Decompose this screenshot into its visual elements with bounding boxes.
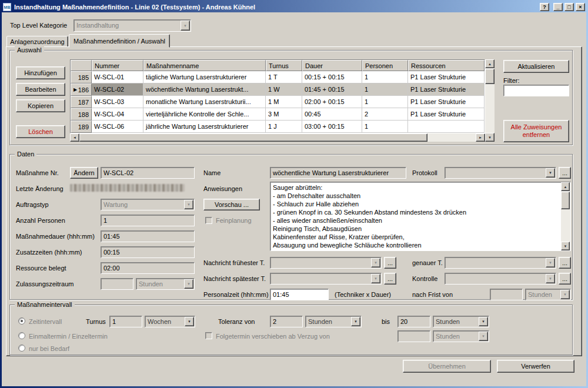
table-row[interactable]: 189 W-SCL-06 jährliche Wartung Laserstru… [71, 121, 485, 133]
kontrolle-browse-button[interactable]: ... [559, 273, 571, 285]
table-row[interactable]: 188 W-SCL-04 vierteljährliche Kontrolle … [71, 108, 485, 121]
uebernehmen-button: Übernehmen [403, 360, 491, 373]
tab-massnahmendefinition[interactable]: Maßnahmendefinition / Auswahl [69, 34, 170, 48]
zeitintervall-radio [18, 317, 25, 325]
maximize-button[interactable]: □ [564, 3, 574, 11]
scroll-down-icon[interactable]: ▼ [485, 133, 495, 142]
letzte-aenderung-value-redacted [70, 184, 185, 192]
zusatzzeiten-label: Zusatzzeiten (hhh:mm) [16, 249, 82, 256]
auswahl-group-legend: Auswahl [15, 46, 44, 54]
column-header-blank[interactable] [71, 60, 92, 71]
feinplanung-checkbox [205, 217, 212, 224]
genauer-t-browse-button[interactable]: ... [559, 257, 571, 269]
personalzeit-label: Personalzeit (hhh:mm) [203, 291, 269, 299]
table-horizontal-scrollbar[interactable]: ◄ ► [70, 133, 485, 142]
row-header: ▶186 [71, 83, 92, 96]
personalzeit-field[interactable]: 01:45 [270, 289, 329, 300]
cell-turnus: 1 T [266, 71, 302, 83]
chevron-down-icon: ▼ [546, 168, 555, 178]
loeschen-button[interactable]: Löschen [16, 125, 65, 138]
table-row-selected[interactable]: ▶186 W-SCL-02 wöchentliche Wartung Laser… [71, 83, 485, 96]
vertical-scroll-thumb[interactable] [561, 192, 570, 209]
genauer-t-label: genauer T. [412, 259, 443, 267]
scroll-up-icon[interactable]: ▲ [561, 182, 570, 191]
cell-nummer: W-SCL-03 [92, 96, 143, 108]
turnus-field[interactable]: 1 [109, 316, 142, 327]
nachricht-spaetester-select[interactable]: ▼ [270, 273, 382, 285]
verwerfen-button[interactable]: Verwerfen [497, 360, 574, 373]
anweisungen-textarea[interactable]: Sauger abrütteln: - am Drehschalter auss… [270, 182, 571, 251]
aktualisieren-button[interactable]: Aktualisieren [503, 60, 569, 73]
row-number: 185 [78, 74, 89, 81]
auftragstyp-select: Wartung ▼ [101, 199, 195, 210]
toleranz-von-unit-select[interactable]: Stunden ▼ [305, 316, 362, 327]
toleranz-bis-field[interactable]: 20 [397, 316, 430, 327]
filter-label: Filter: [503, 77, 520, 85]
table-vertical-scrollbar[interactable]: ▲ ▼ [485, 59, 495, 142]
chevron-down-icon: ▼ [479, 317, 488, 326]
turnus-unit-select[interactable]: Wochen ▼ [145, 316, 195, 327]
nachricht-fruehester-browse-button[interactable]: ... [384, 257, 396, 269]
chevron-down-icon: ▼ [560, 290, 570, 299]
vertical-scroll-thumb[interactable] [485, 69, 495, 84]
toleranz-von-field[interactable]: 2 [270, 316, 303, 327]
row-marker-icon: ▶ [74, 87, 77, 92]
anweisungen-scrollbar[interactable]: ▲ ▼ [561, 182, 570, 250]
nachricht-spaetester-browse-button[interactable]: ... [384, 273, 396, 285]
feinplanung-label: Feinplanung [216, 217, 252, 225]
row-header: 188 [71, 108, 92, 121]
aendern-button[interactable]: Ändern [70, 167, 98, 179]
kopieren-button[interactable]: Kopieren [16, 99, 65, 112]
hinzufuegen-button[interactable]: Hinzufügen [16, 66, 65, 79]
table-header-row: Nummer Maßnahmenname Turnus Dauer Person… [71, 60, 485, 71]
zulassungszeitraum-unit-value: Stunden [139, 280, 163, 287]
column-header-nummer[interactable]: Nummer [92, 60, 143, 71]
nachricht-fruehester-select[interactable]: ▼ [270, 257, 382, 269]
table-row[interactable]: 187 W-SCL-03 monatliche Wartung Laserstr… [71, 96, 485, 108]
column-header-turnus[interactable]: Turnus [266, 60, 302, 71]
folgetermin-unit-value: Stunden [436, 333, 460, 340]
folgetermin-checkbox [205, 332, 212, 339]
horizontal-scroll-thumb[interactable] [79, 133, 427, 142]
zeitintervall-label: Zeitintervall [29, 318, 62, 326]
bearbeiten-button[interactable]: Bearbeiten [16, 83, 65, 96]
massnahmeintervall-group: Maßnahmeintervall Zeitintervall Turnus 1… [9, 305, 573, 355]
massnahme-nr-label: Maßnahme Nr. [16, 169, 59, 177]
chevron-down-icon: ▼ [351, 317, 360, 326]
column-header-massnahmenname[interactable]: Maßnahmenname [143, 60, 266, 71]
scroll-right-icon[interactable]: ► [476, 133, 485, 142]
row-header: 187 [71, 96, 92, 108]
genauer-t-select[interactable]: ▼ [445, 257, 556, 269]
anzahl-personen-label: Anzahl Personen [16, 217, 65, 225]
zulassungszeitraum-unit-select: Stunden ▼ [136, 278, 195, 290]
scroll-left-icon[interactable]: ◄ [70, 133, 79, 142]
scroll-down-icon[interactable]: ▼ [561, 242, 570, 250]
help-button[interactable]: ? [540, 3, 549, 11]
filter-input[interactable] [503, 85, 569, 96]
techniker-hint-label: (Techniker x Dauer) [335, 291, 391, 299]
nach-frist-unit-select: Stunden ▼ [525, 289, 571, 300]
vorschau-button[interactable]: Vorschau ... [203, 199, 260, 210]
close-button[interactable]: × [576, 3, 585, 11]
tab-anlagenzuordnung[interactable]: Anlagenzuordnung [6, 36, 68, 47]
nach-frist-field [490, 289, 523, 300]
top-level-kategorie-label: Top Level Kategorie [10, 22, 67, 29]
auftragstyp-label: Auftragstyp [16, 201, 49, 209]
auftragstyp-value: Wartung [103, 201, 128, 208]
toleranz-bis-unit-value: Stunden [436, 318, 460, 325]
minimize-button[interactable]: _ [553, 3, 563, 11]
column-header-ressourcen[interactable]: Ressourcen [408, 60, 485, 71]
toleranz-bis-unit-select[interactable]: Stunden ▼ [433, 316, 489, 327]
row-number: 186 [78, 86, 89, 93]
app-icon: MB [3, 3, 11, 11]
scroll-up-icon[interactable]: ▲ [485, 59, 495, 68]
protokoll-select[interactable]: ▼ [445, 167, 556, 179]
kontrolle-select[interactable]: ▼ [445, 273, 556, 285]
column-header-dauer[interactable]: Dauer [302, 60, 362, 71]
column-header-personen[interactable]: Personen [362, 60, 408, 71]
bis-label: bis [382, 318, 390, 326]
cell-dauer: 00:45 [302, 108, 362, 121]
alle-zuweisungen-entfernen-button[interactable]: Alle Zuweisungen entfernen [503, 120, 569, 142]
table-row[interactable]: 185 W-SCL-01 tägliche Wartung Laserstruk… [71, 71, 485, 83]
protokoll-browse-button[interactable]: ... [559, 167, 571, 179]
